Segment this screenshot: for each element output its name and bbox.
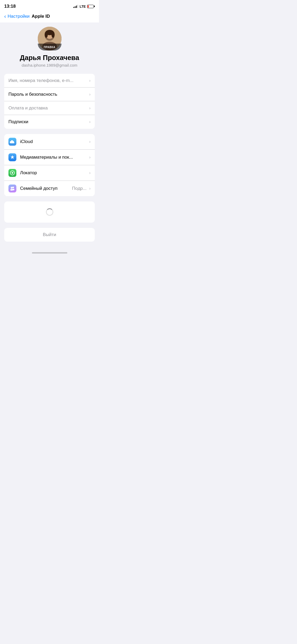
loading-spinner xyxy=(46,208,53,216)
chevron-right-icon: › xyxy=(89,139,91,144)
chevron-right-icon: › xyxy=(89,92,91,97)
settings-item-family-sublabel: Подр... xyxy=(72,186,87,191)
settings-item-family-label: Семейный доступ xyxy=(20,186,72,191)
family-icon xyxy=(8,185,16,192)
chevron-right-icon: › xyxy=(89,106,91,111)
lte-label: LTE xyxy=(79,4,86,8)
settings-item-password-label: Пароль и безопасность xyxy=(8,92,88,97)
settings-item-name-label: Имя, номера телефонов, е-m... xyxy=(8,78,88,83)
page-title: Apple ID xyxy=(32,14,50,19)
signout-button[interactable]: Выйти xyxy=(4,228,95,242)
settings-group-account: Имя, номера телефонов, е-m... › Пароль и… xyxy=(4,74,95,129)
svg-point-11 xyxy=(12,172,13,174)
signout-label: Выйти xyxy=(43,232,56,237)
chevron-right-icon: › xyxy=(89,155,91,160)
chevron-right-icon: › xyxy=(89,119,91,124)
status-icons: LTE xyxy=(73,4,95,8)
back-label: Настройки xyxy=(8,14,30,19)
settings-item-findmy[interactable]: Локатор › xyxy=(4,165,95,181)
settings-item-findmy-label: Локатор xyxy=(20,170,88,176)
settings-item-media[interactable]: A Медиаматериалы и пок... › xyxy=(4,150,95,165)
svg-point-13 xyxy=(12,187,14,188)
signal-icon xyxy=(73,5,78,8)
avatar-edit-overlay: ПРАВКА xyxy=(38,44,62,50)
home-bar xyxy=(32,252,67,254)
status-bar: 13:18 LTE xyxy=(0,0,99,11)
settings-item-password[interactable]: Пароль и безопасность › xyxy=(4,88,95,101)
profile-section: ПРАВКА Дарья Прохачева dasha.iphone.1989… xyxy=(0,22,99,74)
battery-icon xyxy=(87,5,95,8)
settings-group-apps: iCloud › A Медиаматериалы и пок... › Лок… xyxy=(4,134,95,196)
settings-item-subscriptions-label: Подписки xyxy=(8,119,88,125)
svg-point-8 xyxy=(51,31,55,38)
profile-email: dasha.iphone.1989@gmail.com xyxy=(22,63,77,67)
settings-item-icloud[interactable]: iCloud › xyxy=(4,134,95,150)
svg-point-7 xyxy=(45,31,48,38)
chevron-right-icon: › xyxy=(89,171,91,175)
profile-name: Дарья Прохачева xyxy=(20,54,79,62)
settings-item-icloud-label: iCloud xyxy=(20,139,88,144)
settings-item-family[interactable]: Семейный доступ Подр... › xyxy=(4,181,95,196)
findmy-icon xyxy=(8,169,16,177)
back-button[interactable]: ‹ Настройки xyxy=(4,13,30,19)
chevron-left-icon: ‹ xyxy=(4,13,6,19)
chevron-right-icon: › xyxy=(89,78,91,83)
svg-point-12 xyxy=(11,187,13,189)
settings-item-subscriptions[interactable]: Подписки › xyxy=(4,115,95,129)
nav-bar: ‹ Настройки Apple ID xyxy=(0,11,99,22)
settings-item-payment-label: Оплата и доставка xyxy=(8,105,88,111)
settings-item-payment[interactable]: Оплата и доставка › xyxy=(4,101,95,115)
svg-point-15 xyxy=(12,189,15,190)
icloud-icon xyxy=(8,138,16,146)
avatar[interactable]: ПРАВКА xyxy=(38,27,62,50)
chevron-right-icon: › xyxy=(89,186,91,191)
status-time: 13:18 xyxy=(4,4,16,9)
settings-item-name[interactable]: Имя, номера телефонов, е-m... › xyxy=(4,74,95,88)
svg-text:A: A xyxy=(11,155,14,159)
settings-item-media-label: Медиаматериалы и пок... xyxy=(20,155,88,160)
devices-loading-group xyxy=(4,201,95,223)
appstore-icon: A xyxy=(8,153,16,161)
home-indicator xyxy=(0,250,99,255)
avatar-edit-label: ПРАВКА xyxy=(44,46,55,49)
